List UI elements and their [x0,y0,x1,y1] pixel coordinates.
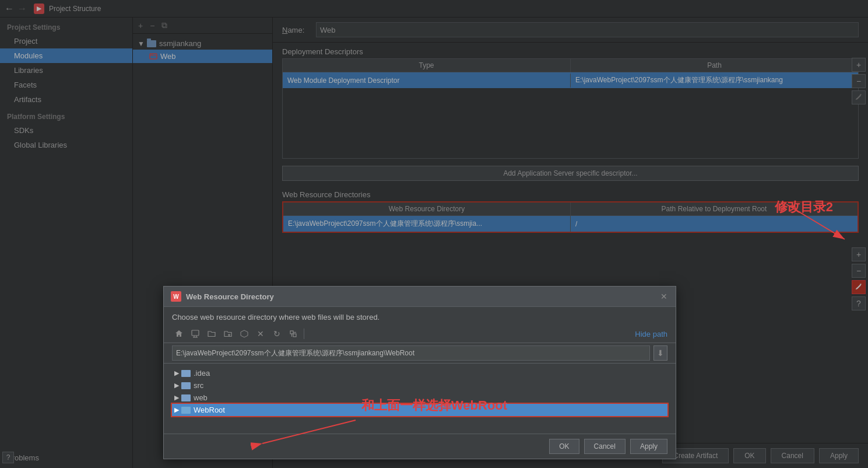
dtree-arrow-web: ▶ [174,394,179,401]
dtree-label-web: web [194,393,208,402]
hide-path-link[interactable]: Hide path [635,330,667,338]
dtree-item-src[interactable]: ▶ src [172,379,667,392]
path-download-btn[interactable]: ⬇ [653,345,667,361]
toolbar-module-btn[interactable] [237,327,251,340]
dtree-item-webroot[interactable]: ▶ WebRoot [172,404,667,416]
dialog-description: Choose web resource directory where web … [164,307,676,325]
dtree-item-idea[interactable]: ▶ .idea [172,367,667,379]
dialog-cancel-button[interactable]: Cancel [584,439,625,454]
dtree-label-webroot: WebRoot [194,406,225,414]
toolbar-folder-btn[interactable] [205,327,219,340]
path-input-row: ⬇ [164,343,676,364]
svg-rect-11 [290,331,293,334]
toolbar-desktop-btn[interactable] [188,327,202,340]
dtree-folder-web [181,394,191,401]
dtree-arrow-webroot: ▶ [174,406,179,414]
toolbar-delete-btn[interactable]: ✕ [254,327,268,340]
toolbar-separator [304,329,304,339]
dtree-arrow-src: ▶ [174,382,179,389]
dialog-title: Web Resource Directory [186,292,659,301]
dtree-item-web[interactable]: ▶ web [172,392,667,404]
toolbar-new-folder-btn[interactable] [221,327,235,340]
dtree-folder-idea [181,370,191,377]
dtree-label-src: src [194,381,203,390]
dialog-buttons: OK Cancel Apply [164,434,676,459]
dialog-icon: W [171,291,181,302]
dialog-tree: ▶ .idea ▶ src ▶ web ▶ WebRoot [164,364,676,434]
web-resource-directory-dialog: W Web Resource Directory ✕ Choose web re… [163,286,676,459]
dialog-toolbar: ✕ ↻ Hide path [164,325,676,343]
svg-rect-12 [293,334,296,337]
path-input[interactable] [172,345,650,361]
dtree-folder-webroot [181,407,191,414]
toolbar-home-btn[interactable] [172,327,186,340]
dialog-apply-button[interactable]: Apply [630,439,667,454]
dialog-titlebar: W Web Resource Directory ✕ [164,287,676,307]
dtree-folder-src [181,382,191,389]
toolbar-refresh-btn[interactable]: ↻ [270,327,284,340]
dialog-ok-button[interactable]: OK [549,439,579,454]
dialog-close-button[interactable]: ✕ [659,292,669,301]
dtree-label-idea: .idea [194,369,210,378]
svg-rect-5 [192,330,199,336]
toolbar-expand-btn[interactable] [286,327,300,340]
dtree-arrow-idea: ▶ [174,369,179,377]
